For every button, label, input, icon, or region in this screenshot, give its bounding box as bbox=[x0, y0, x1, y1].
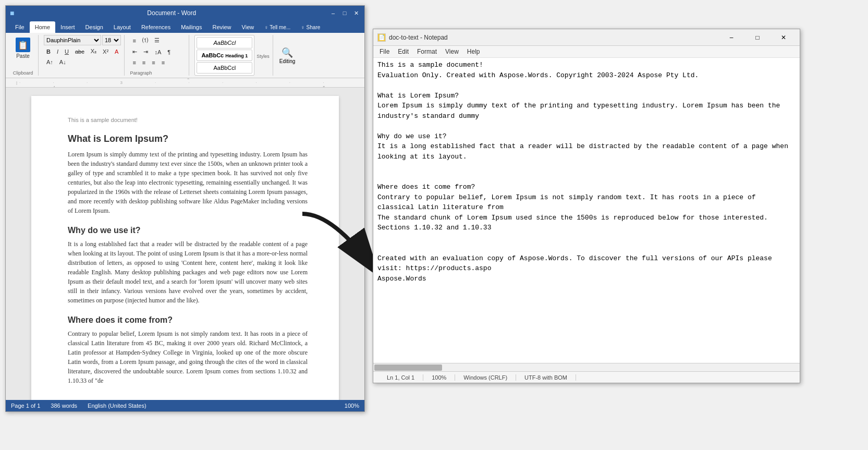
paragraph-group: ≡ ⑴ ☰ ⇤ ⇥ ↕A ¶ ≡ ≡ ≡ ≡ Paragraph bbox=[127, 35, 189, 76]
notepad-app-icon: 📄 bbox=[377, 33, 386, 42]
notepad-encoding: UTF-8 with BOM bbox=[516, 374, 576, 381]
italic-button[interactable]: I bbox=[54, 47, 61, 56]
clipboard-group: 📋 Paste Clipboard bbox=[8, 35, 39, 76]
tab-home[interactable]: Home bbox=[30, 21, 55, 33]
notepad-titlebar: 📄 doc-to-text - Notepad – □ ✕ bbox=[373, 29, 800, 46]
editing-group: 🔍 Editing bbox=[275, 35, 300, 76]
paste-icon: 📋 bbox=[16, 38, 30, 52]
justify-button[interactable]: ≡ bbox=[159, 58, 167, 67]
notepad-content-area[interactable]: This is a sample document! Evaluation On… bbox=[373, 58, 800, 363]
strikethrough-button[interactable]: abc bbox=[72, 47, 87, 56]
notepad-statusbar: Ln 1, Col 1 100% Windows (CRLF) UTF-8 wi… bbox=[373, 371, 800, 383]
document-h1: What is Lorem Ipsum? bbox=[68, 133, 308, 144]
editing-label: Editing bbox=[279, 58, 296, 64]
tab-layout[interactable]: Layout bbox=[108, 21, 136, 33]
tab-share[interactable]: ♀ Share bbox=[296, 21, 325, 33]
indent-row: ⇤ ⇥ ↕A ¶ bbox=[130, 47, 173, 57]
word-count: 386 words bbox=[51, 403, 77, 409]
notepad-text-content[interactable]: This is a sample document! Evaluation On… bbox=[373, 58, 800, 286]
tab-design[interactable]: Design bbox=[80, 21, 108, 33]
notepad-menu-help[interactable]: Help bbox=[463, 47, 484, 56]
notepad-title: doc-to-text - Notepad bbox=[389, 34, 448, 41]
word-titlebar: ■ Document - Word – □ ✕ bbox=[6, 6, 364, 20]
notepad-menu-file[interactable]: File bbox=[375, 47, 394, 56]
notepad-zoom: 100% bbox=[423, 374, 455, 381]
align-right-button[interactable]: ≡ bbox=[149, 58, 157, 67]
bullet-list-button[interactable]: ≡ bbox=[130, 36, 138, 45]
paste-button[interactable]: 📋 Paste bbox=[11, 35, 35, 62]
word-maximize-button[interactable]: □ bbox=[340, 9, 349, 17]
tab-review[interactable]: Review bbox=[207, 21, 237, 33]
word-ruler: | · · · · · · · 1 · · · · · · · 2 · · · … bbox=[6, 78, 364, 88]
underline-button[interactable]: U bbox=[62, 47, 71, 56]
notepad-maximize-button[interactable]: □ bbox=[745, 31, 769, 44]
language-indicator: English (United States) bbox=[88, 403, 146, 409]
word-document-area[interactable]: This is a sample document! What is Lorem… bbox=[6, 88, 364, 400]
increase-indent-button[interactable]: ⇥ bbox=[141, 47, 151, 57]
tab-insert[interactable]: Insert bbox=[55, 21, 80, 33]
styles-group: AaBbCcl AaBbCc Heading 1 AaBbCcl Styles bbox=[191, 35, 273, 76]
page-count: Page 1 of 1 bbox=[11, 403, 40, 409]
decrease-indent-button[interactable]: ⇤ bbox=[130, 47, 140, 57]
notepad-menu-format[interactable]: Format bbox=[413, 47, 441, 56]
zoom-level: 100% bbox=[345, 403, 359, 409]
align-row: ≡ ≡ ≡ ≡ bbox=[130, 58, 167, 67]
sort-button[interactable]: ↕A bbox=[152, 47, 164, 57]
notepad-window: 📄 doc-to-text - Notepad – □ ✕ File Edit … bbox=[373, 29, 800, 383]
tab-file[interactable]: File bbox=[10, 21, 30, 33]
word-title: Document - Word bbox=[14, 9, 329, 17]
normal-style-button[interactable]: AaBbCcl bbox=[197, 62, 252, 74]
font-color-button[interactable]: A bbox=[112, 47, 121, 56]
statusbar-right: 100% bbox=[345, 403, 359, 409]
decrease-font-button[interactable]: A↓ bbox=[57, 57, 69, 67]
document-header-text: This is a sample document! bbox=[68, 117, 308, 123]
document-h3: Where does it come from? bbox=[68, 315, 308, 325]
word-page: This is a sample document! What is Lorem… bbox=[31, 96, 339, 400]
document-h2: Why do we use it? bbox=[68, 226, 308, 235]
clipboard-label: Clipboard bbox=[13, 70, 33, 76]
notepad-close-button[interactable]: ✕ bbox=[772, 31, 796, 44]
font-group: DauphinPlain 18 B I U abc X₂ X² A A↑ A↓ bbox=[41, 35, 125, 76]
notepad-menubar: File Edit Format View Help bbox=[373, 46, 800, 58]
word-window: ■ Document - Word – □ ✕ File Home Insert… bbox=[5, 5, 365, 412]
emphasis-style-button[interactable]: AaBbCcl bbox=[197, 37, 252, 48]
subscript-button[interactable]: X₂ bbox=[88, 46, 99, 56]
font-format-row: B I U abc X₂ X² A bbox=[44, 46, 121, 56]
notepad-menu-view[interactable]: View bbox=[441, 47, 463, 56]
bold-button[interactable]: B bbox=[44, 47, 53, 56]
tab-references[interactable]: References bbox=[136, 21, 176, 33]
word-window-controls: – □ ✕ bbox=[329, 9, 360, 17]
heading1-style-button[interactable]: AaBbCc Heading 1 bbox=[197, 50, 252, 61]
list-row: ≡ ⑴ ☰ bbox=[130, 35, 162, 46]
document-paragraph-1: Lorem Ipsum is simply dummy text of the … bbox=[68, 150, 308, 215]
numbered-list-button[interactable]: ⑴ bbox=[140, 35, 151, 46]
search-icon: 🔍 bbox=[282, 47, 293, 58]
notepad-minimize-button[interactable]: – bbox=[719, 31, 743, 44]
increase-font-button[interactable]: A↑ bbox=[44, 57, 56, 67]
superscript-button[interactable]: X² bbox=[100, 47, 111, 56]
notepad-scrollbar-thumb[interactable] bbox=[374, 364, 442, 371]
word-statusbar: Page 1 of 1 386 words English (United St… bbox=[6, 400, 364, 411]
font-select-row: DauphinPlain 18 bbox=[44, 35, 121, 45]
word-ribbon-tabs: File Home Insert Design Layout Reference… bbox=[6, 20, 364, 33]
tab-tell-me[interactable]: ♀ Tell me... bbox=[259, 21, 296, 33]
document-paragraph-2: It is a long established fact that a rea… bbox=[68, 239, 308, 305]
tab-view[interactable]: View bbox=[237, 21, 260, 33]
word-close-button[interactable]: ✕ bbox=[352, 9, 360, 17]
notepad-menu-edit[interactable]: Edit bbox=[394, 47, 413, 56]
font-size-row: A↑ A↓ bbox=[44, 57, 69, 67]
notepad-position: Ln 1, Col 1 bbox=[378, 374, 423, 381]
align-center-button[interactable]: ≡ bbox=[140, 58, 148, 67]
notepad-titlebar-left: 📄 doc-to-text - Notepad bbox=[377, 33, 448, 42]
multilevel-list-button[interactable]: ☰ bbox=[152, 35, 162, 45]
align-left-button[interactable]: ≡ bbox=[130, 58, 138, 67]
font-size-select[interactable]: 18 bbox=[102, 35, 121, 45]
document-paragraph-3: Contrary to popular belief, Lorem Ipsum … bbox=[68, 329, 308, 385]
show-marks-button[interactable]: ¶ bbox=[165, 47, 173, 57]
notepad-horizontal-scrollbar[interactable] bbox=[373, 363, 800, 371]
font-family-select[interactable]: DauphinPlain bbox=[44, 35, 101, 45]
paragraph-label: Paragraph bbox=[130, 70, 152, 76]
ruler-content: | · · · · · · · 1 · · · · · · · 2 · · · … bbox=[16, 78, 354, 88]
word-minimize-button[interactable]: – bbox=[329, 9, 337, 17]
tab-mailings[interactable]: Mailings bbox=[176, 21, 207, 33]
